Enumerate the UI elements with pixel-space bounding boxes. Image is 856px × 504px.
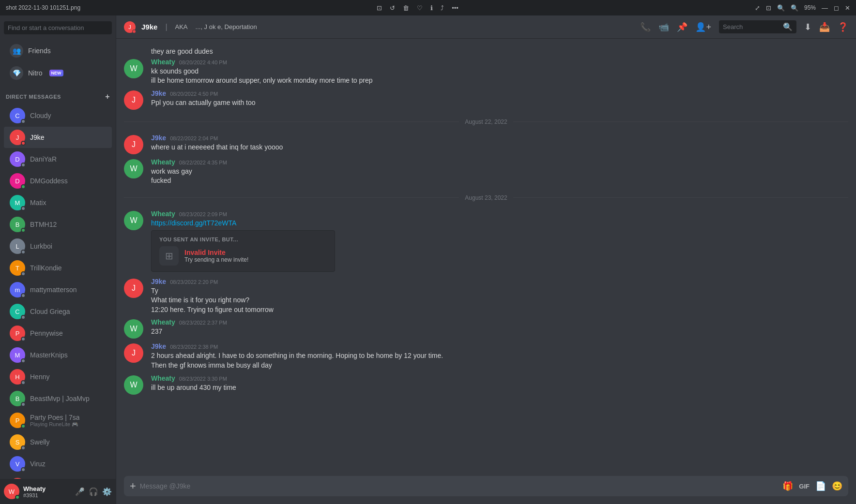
msg-header-j9ke-220: J9ke 08/23/2022 2:20 PM [151, 278, 848, 285]
add-dm-button[interactable]: + [105, 92, 110, 101]
msg-text-whereuati: where u at i neeeeed that inq for task y… [151, 143, 848, 152]
msg-avatar-j9ke3: J [124, 279, 143, 298]
help-icon[interactable]: ❓ [838, 22, 848, 32]
msg-ts-wheaty-209: 08/23/2022 2:09 PM [179, 211, 227, 217]
dm-item-daniyar[interactable]: D DaniYaR [4, 148, 112, 170]
dm-item-btmh12[interactable]: B BTMH12 [4, 214, 112, 235]
add-friend-icon[interactable]: 👤+ [695, 22, 711, 32]
invite-try-label: Try sending a new invite! [184, 256, 248, 263]
close-icon[interactable]: ✕ [845, 4, 850, 12]
dm-item-lurkboi[interactable]: L Lurkboi [4, 236, 112, 257]
header-search-input[interactable] [723, 23, 780, 30]
restore-icon[interactable]: ◻ [834, 4, 839, 12]
msg-text-2hoursahead: 2 hours ahead alright. I have to do some… [151, 351, 848, 361]
msg-avatar-wheaty5: W [124, 375, 143, 395]
dm-item-opera[interactable]: O Opera ↵ [4, 475, 112, 479]
dm-list: C Cloudy J J9ke D DaniYaR D DMGod [0, 103, 116, 479]
dm-item-masterknips[interactable]: M MasterKnips [4, 344, 112, 366]
dm-item-dmgoddess[interactable]: D DMGoddess [4, 170, 112, 192]
inbox-icon[interactable]: 📥 [819, 22, 830, 32]
dm-sub-partypoes: Playing RuneLite 🎮 [30, 421, 79, 428]
dm-header-label: DIRECT MESSAGES [6, 94, 61, 100]
gif-icon[interactable]: GIF [799, 483, 810, 490]
gift-icon[interactable]: 🎁 [782, 481, 793, 491]
dm-item-mattymatterson[interactable]: m mattymatterson [4, 279, 112, 300]
capture-icon[interactable]: ⊡ [377, 4, 382, 12]
date-text-aug23: August 23, 2022 [465, 194, 507, 201]
invite-invalid-label: Invalid Invite [184, 249, 248, 256]
dm-item-swelly[interactable]: S Swelly [4, 431, 112, 453]
dm-name-btmh12: BTMH12 [30, 221, 106, 228]
refresh-icon[interactable]: ↺ [390, 4, 395, 12]
info-icon[interactable]: ℹ [430, 4, 433, 12]
find-conversation-input[interactable] [4, 21, 112, 34]
headphones-icon[interactable]: 🎧 [89, 487, 98, 496]
avatar-viruz: V [10, 456, 25, 472]
msg-ts-wheaty-435: 08/22/2022 4:35 PM [179, 160, 227, 165]
zoom-in-icon[interactable]: 🔍 [791, 4, 798, 12]
dm-item-viruz[interactable]: V Viruz [4, 453, 112, 474]
dm-item-beastmvp[interactable]: B BeastMvp | JoaMvp [4, 388, 112, 409]
sticker-icon[interactable]: 📄 [815, 481, 826, 491]
share-icon[interactable]: ⤴ [441, 4, 444, 12]
message-group-wheaty-435: W Wheaty 08/22/2022 4:35 PM work was gay… [116, 157, 856, 187]
dm-item-cloudgriega[interactable]: C Cloud Griega [4, 301, 112, 322]
sidebar-item-friends[interactable]: 👥 Friends [4, 40, 112, 61]
msg-text-discordlink: https://discord.gg/tT72eWTA [151, 219, 848, 228]
invite-you-sent-label: YOU SENT AN INVITE, BUT... [159, 237, 327, 242]
chat-area: J J9ke | AKA ..., J ok e, Deportation 📞 … [116, 15, 856, 504]
pin-icon[interactable]: 📌 [677, 22, 688, 32]
message-group-j9ke-220: J J9ke 08/23/2022 2:20 PM Ty What time i… [116, 277, 856, 316]
call-icon[interactable]: 📞 [640, 22, 651, 32]
heart-icon[interactable]: ♡ [417, 4, 423, 12]
nitro-icon: 💎 [10, 66, 23, 80]
dm-name-matix: Matix [30, 199, 106, 207]
trash-icon[interactable]: 🗑 [403, 4, 409, 12]
dm-header: DIRECT MESSAGES + [0, 85, 116, 103]
input-add-button[interactable]: + [130, 476, 136, 496]
msg-ts-j9ke-450: 08/20/2022 4:50 PM [170, 91, 218, 97]
message-input[interactable] [140, 477, 779, 495]
msg-header-wheaty-330: Wheaty 08/23/2022 3:30 PM [151, 374, 848, 382]
msg-text-1220: 12:20 here. Trying to figure out tomorro… [151, 305, 848, 315]
msg-author-j9ke2: J9ke [151, 134, 166, 142]
msg-content-j9ke-220: J9ke 08/23/2022 2:20 PM Ty What time is … [151, 278, 848, 315]
search-icon: 🔍 [783, 22, 793, 31]
dm-item-j9ke[interactable]: J J9ke [4, 127, 112, 148]
mic-icon[interactable]: 🎤 [75, 487, 85, 496]
sidebar-item-nitro[interactable]: 💎 Nitro NEW [4, 62, 112, 84]
emoji-icon[interactable]: 😊 [832, 481, 842, 491]
msg-ts-wheaty-237: 08/23/2022 2:37 PM [179, 320, 227, 326]
msg-header-wheaty-237: Wheaty 08/23/2022 2:37 PM [151, 318, 848, 326]
msg-ts-j9ke-204: 08/22/2022 2:04 PM [170, 135, 218, 141]
invite-server-icon: ⊞ [159, 246, 179, 266]
dm-item-henny[interactable]: H Henny [4, 366, 112, 387]
dm-item-pennywise[interactable]: P Pennywise [4, 323, 112, 344]
msg-content-wheaty-440: Wheaty 08/20/2022 4:40 PM kk sounds good… [151, 58, 848, 86]
invite-info: Invalid Invite Try sending a new invite! [184, 249, 248, 263]
message-group-wheaty-209: W Wheaty 08/23/2022 2:09 PM https://disc… [116, 209, 856, 275]
message-group-wheaty-237: W Wheaty 08/23/2022 2:37 PM 237 [116, 317, 856, 340]
settings-icon[interactable]: ⚙️ [102, 487, 112, 496]
dm-item-matix[interactable]: M Matix [4, 192, 112, 213]
fullscreen-icon[interactable]: ⊡ [766, 4, 771, 12]
dm-item-cloudy[interactable]: C Cloudy [4, 105, 112, 126]
minimize-icon[interactable]: — [822, 4, 828, 12]
message-continued-gooddudes: they are good dudes [116, 46, 856, 57]
video-icon[interactable]: 📹 [658, 22, 669, 32]
msg-author-wheaty5: Wheaty [151, 374, 175, 382]
zoom-out-icon[interactable]: 🔍 [777, 4, 785, 12]
more-icon[interactable]: ••• [452, 4, 459, 12]
dm-name-dmgoddess: DMGoddess [30, 177, 106, 185]
header-search: 🔍 [719, 20, 796, 33]
dm-name-cloudgriega: Cloud Griega [30, 308, 106, 315]
user-panel-avatar: W [4, 484, 19, 499]
discord-invite-link[interactable]: https://discord.gg/tT72eWTA [151, 219, 236, 227]
message-input-box: + 🎁 GIF 📄 😊 [124, 476, 848, 496]
maximize-icon[interactable]: ⤢ [755, 4, 760, 12]
msg-text-gfknows: Then the gf knows imma be busy all day [151, 361, 848, 371]
download-icon[interactable]: ⬇ [804, 22, 811, 32]
dm-item-partypoes[interactable]: P Party Poes | 7sa Playing RuneLite 🎮 [4, 410, 112, 431]
dm-item-trillkondie[interactable]: T TrillKondie [4, 257, 112, 279]
avatar-cloudy: C [10, 108, 25, 123]
